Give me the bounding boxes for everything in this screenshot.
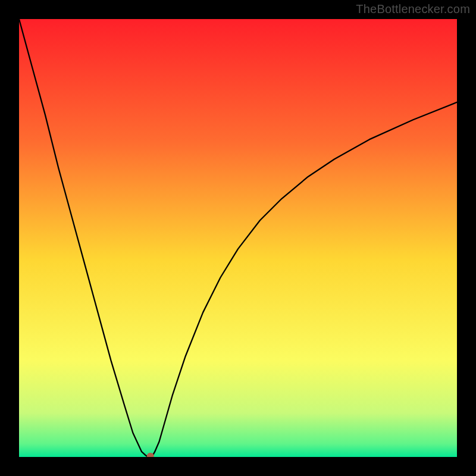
chart-frame: TheBottlenecker.com [0, 0, 476, 476]
chart-svg [19, 19, 457, 457]
gradient-background [19, 19, 457, 457]
watermark-text: TheBottlenecker.com [356, 2, 470, 16]
plot-area [19, 19, 457, 457]
